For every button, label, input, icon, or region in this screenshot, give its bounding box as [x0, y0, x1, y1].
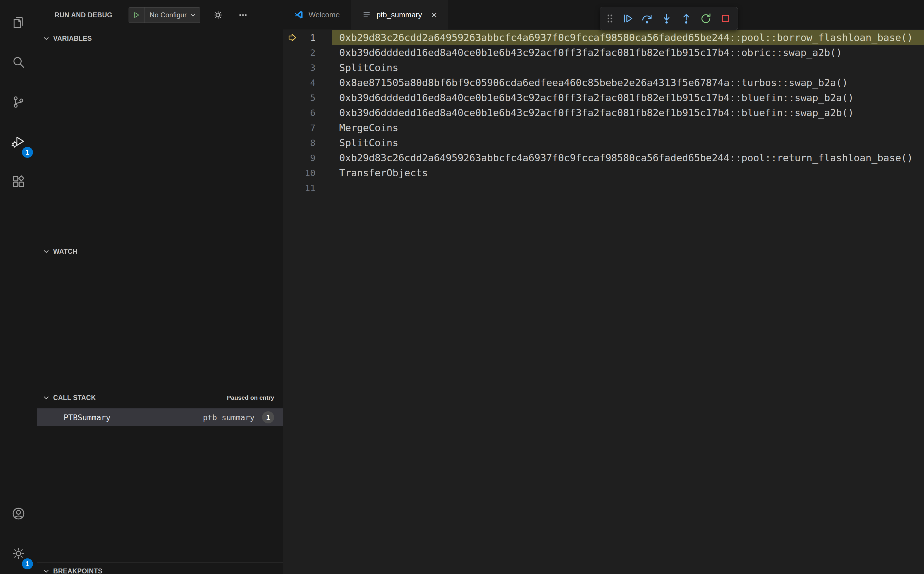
line-text — [332, 180, 924, 196]
line-number[interactable]: 1 — [302, 32, 315, 43]
settings-count-badge: 1 — [22, 558, 33, 569]
start-debugging-icon[interactable] — [129, 8, 145, 22]
line-number[interactable]: 9 — [302, 153, 315, 163]
editor-line[interactable]: 4 0x8ae871505a80d8bf6bf9c05906cda6edfeea… — [283, 75, 924, 90]
step-over-button[interactable] — [638, 9, 656, 28]
breakpoint-gutter[interactable] — [283, 183, 302, 193]
sidebar-item-search[interactable] — [0, 43, 37, 83]
breakpoint-gutter[interactable] — [283, 123, 302, 132]
editor-line[interactable]: 11 — [283, 180, 924, 196]
variables-section: VARIABLES — [37, 30, 283, 243]
settings-button[interactable]: 1 — [0, 534, 37, 574]
breakpoints-section: BREAKPOINTS — [37, 563, 283, 574]
sidebar-item-source-control[interactable] — [0, 83, 37, 123]
line-number[interactable]: 6 — [302, 107, 315, 118]
current-stack-frame-pointer-icon — [288, 33, 297, 43]
sidebar-item-explorer[interactable] — [0, 3, 37, 43]
editor-line[interactable]: 5 0xb39d6dddedd16ed8a40ce0b1e6b43c92acf0… — [283, 90, 924, 105]
account-icon — [11, 506, 26, 522]
breakpoint-gutter[interactable] — [283, 63, 302, 73]
line-number[interactable]: 10 — [302, 168, 315, 178]
chevron-down-icon — [189, 11, 200, 19]
close-icon[interactable]: × — [431, 10, 437, 20]
debug-config-dropdown[interactable]: No Configur — [129, 7, 200, 23]
line-text: 0xb39d6dddedd16ed8a40ce0b1e6b43c92acf0ff… — [332, 45, 924, 60]
tab-welcome[interactable]: Welcome — [283, 0, 351, 30]
breakpoint-gutter[interactable] — [283, 48, 302, 58]
call-stack-section: CALL STACK Paused on entry PTBSummary pt… — [37, 389, 283, 563]
line-text: 0xb39d6dddedd16ed8a40ce0b1e6b43c92acf0ff… — [332, 90, 924, 105]
line-number[interactable]: 11 — [302, 183, 315, 193]
breakpoint-gutter[interactable] — [283, 168, 302, 178]
breakpoint-gutter[interactable] — [283, 108, 302, 118]
sidebar-header: RUN AND DEBUG No Configur — [37, 0, 283, 30]
editor-line[interactable]: 3 SplitCoins — [283, 60, 924, 75]
files-icon — [11, 15, 26, 31]
editor-line[interactable]: 10 TransferObjects — [283, 165, 924, 180]
line-text: SplitCoins — [332, 60, 924, 75]
line-number[interactable]: 3 — [302, 62, 315, 73]
line-number[interactable]: 8 — [302, 137, 315, 148]
accounts-button[interactable] — [0, 494, 37, 534]
debug-config-label: No Configur — [145, 11, 189, 19]
pause-status-text: Paused on entry — [227, 394, 274, 401]
stop-button[interactable] — [716, 9, 735, 28]
breakpoint-gutter[interactable] — [283, 93, 302, 102]
vscode-logo-icon — [294, 10, 303, 19]
step-into-button[interactable] — [657, 9, 676, 28]
breakpoints-section-header[interactable]: BREAKPOINTS — [37, 563, 283, 574]
variables-section-body — [37, 47, 283, 243]
line-number[interactable]: 4 — [302, 77, 315, 88]
breakpoint-gutter[interactable] — [283, 138, 302, 148]
step-out-button[interactable] — [677, 9, 696, 28]
variables-section-header[interactable]: VARIABLES — [37, 30, 283, 47]
tab-label: Welcome — [309, 10, 340, 19]
activity-bar: 1 1 — [0, 0, 37, 574]
session-name: PTBSummary — [64, 413, 111, 422]
continue-button[interactable] — [618, 9, 636, 28]
line-text: 0xb39d6dddedd16ed8a40ce0b1e6b43c92acf0ff… — [332, 105, 924, 120]
watch-section-header[interactable]: WATCH — [37, 243, 283, 260]
editor-line[interactable]: 8 SplitCoins — [283, 135, 924, 150]
line-number[interactable]: 7 — [302, 123, 315, 133]
watch-section-body — [37, 260, 283, 389]
chevron-down-icon — [43, 248, 50, 255]
editor-line[interactable]: 6 0xb39d6dddedd16ed8a40ce0b1e6b43c92acf0… — [283, 105, 924, 120]
debug-toolbar — [600, 7, 738, 30]
line-text: 0x8ae871505a80d8bf6bf9c05906cda6edfeea46… — [332, 75, 924, 90]
breakpoint-gutter[interactable] — [283, 33, 302, 43]
search-icon — [11, 55, 26, 71]
editor-line[interactable]: 7 MergeCoins — [283, 120, 924, 135]
editor-line[interactable]: 1 0xb29d83c26cdd2a64959263abbcfc4a6937f0… — [283, 30, 924, 45]
chevron-down-icon — [43, 35, 50, 42]
editor-line[interactable]: 2 0xb39d6dddedd16ed8a40ce0b1e6b43c92acf0… — [283, 45, 924, 60]
editor-line[interactable]: 9 0xb29d83c26cdd2a64959263abbcfc4a6937f0… — [283, 150, 924, 165]
code-editor[interactable]: 1 0xb29d83c26cdd2a64959263abbcfc4a6937f0… — [283, 30, 924, 574]
sidebar-item-extensions[interactable] — [0, 162, 37, 202]
sidebar-item-run-and-debug[interactable]: 1 — [0, 123, 37, 162]
line-text: MergeCoins — [332, 120, 924, 135]
chevron-down-icon — [43, 568, 50, 574]
debug-count-badge: 1 — [22, 147, 33, 158]
debug-session-row[interactable]: PTBSummary ptb_summary 1 — [37, 408, 283, 426]
line-text: 0xb29d83c26cdd2a64959263abbcfc4a6937f0c9… — [332, 150, 924, 165]
call-stack-section-header[interactable]: CALL STACK Paused on entry — [37, 390, 283, 406]
drag-handle-icon[interactable] — [603, 9, 617, 28]
extensions-icon — [11, 174, 26, 191]
debug-settings-gear-button[interactable] — [211, 8, 225, 22]
breakpoint-gutter[interactable] — [283, 153, 302, 163]
call-stack-section-label: CALL STACK — [53, 394, 96, 402]
session-file-name: ptb_summary — [203, 413, 255, 422]
restart-button[interactable] — [697, 9, 715, 28]
line-number[interactable]: 2 — [302, 47, 315, 58]
more-actions-button[interactable] — [236, 8, 250, 22]
breakpoint-gutter[interactable] — [283, 78, 302, 88]
line-text: TransferObjects — [332, 165, 924, 180]
call-stack-section-body — [37, 426, 283, 563]
variables-section-label: VARIABLES — [53, 35, 92, 43]
vscode-window: 1 1 RUN AND DEBUG No — [0, 0, 924, 574]
tab-ptb-summary[interactable]: ptb_summary × — [351, 0, 448, 30]
frame-count-badge: 1 — [262, 411, 274, 423]
line-number[interactable]: 5 — [302, 93, 315, 103]
editor-group: Welcome ptb_summary × — [283, 0, 924, 574]
